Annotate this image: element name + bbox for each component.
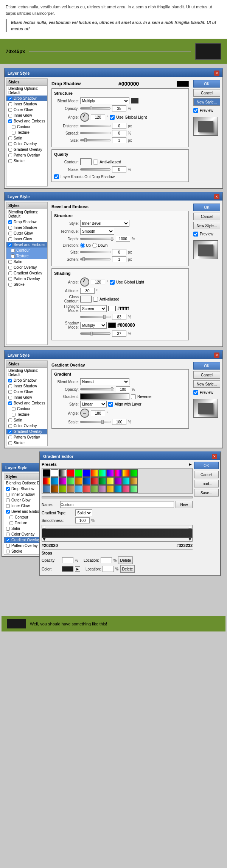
- angle-dial-2[interactable]: [80, 277, 89, 287]
- blend-color-swatch[interactable]: [131, 98, 138, 103]
- ok-button-1[interactable]: OK: [193, 80, 220, 88]
- pattern-overlay-checkbox-2[interactable]: [8, 277, 12, 281]
- global-light-checkbox-1[interactable]: [110, 115, 115, 120]
- opacity-stop-right[interactable]: [188, 526, 191, 529]
- opacity-input[interactable]: [112, 105, 126, 111]
- gradient-angle-input[interactable]: [91, 410, 105, 416]
- satin-checkbox[interactable]: [8, 136, 12, 140]
- sidebar-item-pattern-overlay[interactable]: Pattern Overlay: [6, 152, 47, 158]
- shadow-mode-select[interactable]: Multiply: [80, 322, 107, 329]
- sidebar-item-outer-glow-3[interactable]: Outer Glow: [6, 389, 47, 395]
- spread-slider[interactable]: [80, 132, 110, 134]
- sidebar-item-inner-glow-2[interactable]: Inner Glow: [6, 236, 47, 242]
- inner-shadow-checkbox[interactable]: [8, 102, 12, 106]
- presets-grid[interactable]: [42, 468, 193, 494]
- contour-checkbox-1[interactable]: [12, 125, 16, 129]
- pattern-overlay-checkbox[interactable]: [8, 154, 12, 157]
- cancel-button-3[interactable]: Cancel: [193, 371, 220, 379]
- shadow-color-swatch[interactable]: [177, 81, 189, 87]
- sidebar-item-inner-glow-3[interactable]: Inner Glow: [6, 395, 47, 400]
- direction-down-radio[interactable]: [92, 243, 97, 248]
- stroke-checkbox-2[interactable]: [8, 283, 12, 287]
- noise-input[interactable]: [112, 166, 126, 172]
- size-slider-1[interactable]: [80, 139, 110, 141]
- preset-swatch[interactable]: [43, 469, 50, 477]
- depth-thumb[interactable]: [111, 237, 113, 241]
- contour-checkbox-2[interactable]: [11, 249, 15, 252]
- shading-angle-input[interactable]: [91, 279, 105, 285]
- gradient-opacity-thumb[interactable]: [111, 387, 113, 391]
- preset-swatch[interactable]: [114, 485, 122, 493]
- gradient-overlay-checkbox[interactable]: [8, 148, 12, 152]
- sidebar-item-drop-shadow[interactable]: Drop Shadow: [6, 96, 47, 101]
- soften-input[interactable]: [112, 256, 126, 262]
- sidebar-item-satin-3[interactable]: Satin: [6, 417, 47, 423]
- gradient-opacity-input[interactable]: [116, 386, 130, 392]
- contour-checkbox-3[interactable]: [12, 407, 16, 411]
- preset-swatch[interactable]: [106, 477, 114, 485]
- soften-slider[interactable]: [80, 258, 110, 260]
- close-button-3[interactable]: ✕: [214, 353, 219, 358]
- outer-glow-checkbox[interactable]: [8, 108, 12, 112]
- preset-swatch[interactable]: [98, 469, 106, 477]
- stop-color-swatch[interactable]: [62, 566, 73, 572]
- preset-swatch[interactable]: [130, 477, 138, 485]
- stroke-checkbox-3[interactable]: [8, 441, 12, 445]
- sidebar-item-drop-shadow-2[interactable]: Drop Shadow: [6, 219, 47, 225]
- preset-swatch[interactable]: [114, 477, 122, 485]
- shadow-color-swatch-2[interactable]: [108, 323, 116, 328]
- shadow-opacity-thumb[interactable]: [90, 332, 93, 335]
- preset-swatch[interactable]: [130, 485, 138, 493]
- gradient-cancel-button[interactable]: Cancel: [194, 471, 219, 478]
- preset-swatch[interactable]: [122, 485, 130, 493]
- sidebar-item-gradient-overlay[interactable]: Gradient Overlay: [6, 147, 47, 152]
- preset-swatch[interactable]: [75, 469, 82, 477]
- preset-swatch[interactable]: [67, 469, 74, 477]
- texture-checkbox-2[interactable]: [11, 254, 15, 258]
- sidebar-item-inner-glow[interactable]: Inner Glow: [6, 113, 47, 118]
- scale-thumb[interactable]: [101, 420, 104, 424]
- preset-swatch[interactable]: [59, 477, 66, 485]
- sidebar-item-color-overlay-3[interactable]: Color Overlay: [6, 423, 47, 429]
- sidebar-item-blending[interactable]: Blending Options: Default: [6, 86, 47, 96]
- sidebar-item-pattern-overlay-2[interactable]: Pattern Overlay: [6, 276, 47, 282]
- preset-swatch[interactable]: [75, 485, 82, 493]
- sidebar-item-inner-shadow[interactable]: Inner Shadow: [6, 101, 47, 107]
- preset-swatch[interactable]: [75, 477, 82, 485]
- opacity-thumb[interactable]: [90, 107, 92, 110]
- outer-glow-checkbox-3[interactable]: [8, 390, 12, 394]
- gradient-type-select[interactable]: Solid: [75, 509, 92, 516]
- preset-swatch[interactable]: [122, 477, 130, 485]
- bevel-technique-select[interactable]: Smooth: [80, 228, 114, 235]
- shadow-opacity-slider[interactable]: [80, 332, 110, 335]
- reverse-checkbox[interactable]: [131, 394, 136, 399]
- delete-button-1[interactable]: Delete: [118, 556, 133, 564]
- close-button-1[interactable]: ✕: [214, 71, 219, 76]
- texture-checkbox-3[interactable]: [12, 413, 16, 417]
- opacity-slider[interactable]: [80, 107, 110, 110]
- stop-location-input2[interactable]: [103, 566, 114, 572]
- sidebar-item-color-overlay-2[interactable]: Color Overlay: [6, 265, 47, 270]
- ok-button-3[interactable]: OK: [193, 362, 220, 370]
- direction-up-radio[interactable]: [80, 243, 85, 248]
- highlight-color-swatch[interactable]: [108, 306, 116, 311]
- new-style-button-2[interactable]: New Style...: [193, 222, 220, 229]
- sidebar-item-blending-2[interactable]: Blending Options: Default: [6, 209, 47, 219]
- contour-thumbnail[interactable]: [80, 158, 92, 165]
- opacity-stop-left[interactable]: [43, 526, 46, 529]
- preset-swatch[interactable]: [90, 469, 98, 477]
- gradient-name-input[interactable]: [60, 501, 174, 508]
- preset-swatch[interactable]: [106, 469, 114, 477]
- bevel-size-slider[interactable]: [80, 251, 110, 253]
- global-light-checkbox-2[interactable]: [110, 280, 115, 285]
- sidebar-item-drop-shadow-3[interactable]: Drop Shadow: [6, 378, 47, 383]
- bevel-checkbox[interactable]: [8, 119, 12, 123]
- drop-shadow-checkbox-3[interactable]: [8, 379, 12, 382]
- highlight-mode-select[interactable]: Screen: [80, 305, 107, 312]
- sidebar-item-satin-2[interactable]: Satin: [6, 259, 47, 265]
- sidebar-item-satin[interactable]: Satin: [6, 135, 47, 141]
- noise-slider[interactable]: [80, 168, 110, 171]
- presets-scrollbar[interactable]: [42, 496, 193, 498]
- gloss-contour-thumbnail[interactable]: [80, 296, 92, 302]
- angle-dial-1[interactable]: [80, 113, 89, 122]
